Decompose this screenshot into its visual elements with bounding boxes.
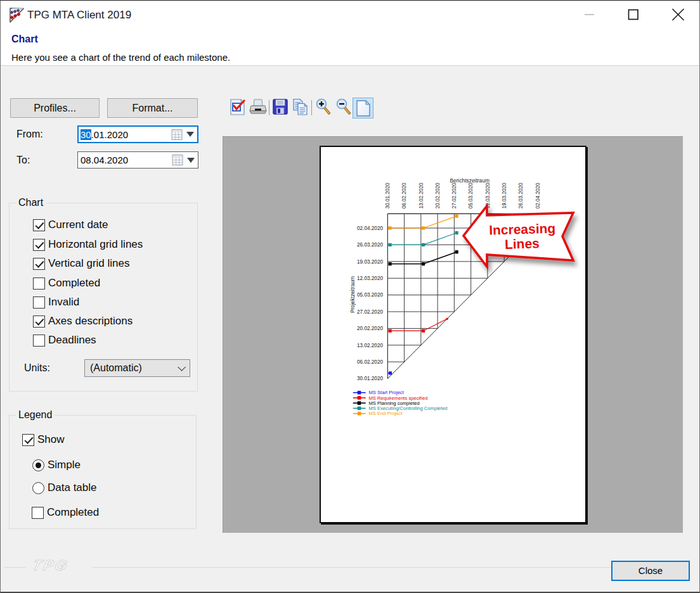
chart-group-title: Chart xyxy=(16,197,46,208)
maximize-button[interactable] xyxy=(624,6,643,25)
checkbox-row-show-legend[interactable]: Show xyxy=(22,433,65,446)
checkbox-row-completed[interactable]: Completed xyxy=(33,277,100,290)
to-dropdown-arrow-icon[interactable] xyxy=(187,158,195,163)
units-dropdown[interactable]: (Automatic) xyxy=(84,359,190,377)
legend-group-title: Legend xyxy=(16,409,55,421)
simple-radio-label: Simple xyxy=(48,459,81,471)
units-dropdown-value: (Automatic) xyxy=(90,362,142,374)
minimize-button[interactable] xyxy=(580,6,599,25)
checkbox-row-legend-completed[interactable]: Completed xyxy=(32,506,99,519)
show-legend-checkbox[interactable] xyxy=(22,434,34,446)
toolbar-separator xyxy=(311,100,312,115)
to-date-input[interactable]: 08.04.2020 xyxy=(77,151,198,169)
window-title: TPG MTA Client 2019 xyxy=(27,9,131,22)
page-title: Chart xyxy=(11,34,38,45)
svg-text:13.02.2020: 13.02.2020 xyxy=(418,182,424,208)
to-label: To: xyxy=(16,155,30,166)
to-date-value: 08.04.2020 xyxy=(81,155,128,165)
svg-text:05.03.2020: 05.03.2020 xyxy=(357,292,383,298)
fit-page-icon xyxy=(356,100,371,117)
toolbar-separator xyxy=(269,100,269,115)
svg-text:13.02.2020: 13.02.2020 xyxy=(357,343,383,348)
copy-button[interactable] xyxy=(292,98,309,116)
svg-text:30.01.2020: 30.01.2020 xyxy=(357,376,383,381)
invalid-checkbox[interactable] xyxy=(33,296,45,309)
checkbox-row-deadlines[interactable]: Deadlines xyxy=(33,334,96,347)
print-preview-area[interactable]: 30.01.202030.01.202006.02.202006.02.2020… xyxy=(223,136,683,533)
axes-descriptions-label: Axes descriptions xyxy=(48,315,133,328)
checkbox-row-current-date[interactable]: Current date xyxy=(33,219,108,231)
units-label: Units: xyxy=(24,362,50,374)
checkbox-row-invalid[interactable]: Invalid xyxy=(33,296,79,309)
svg-text:06.02.2020: 06.02.2020 xyxy=(357,359,383,365)
annotation-text-line1: Increasing xyxy=(489,221,556,238)
checkbox-row-axes-descriptions[interactable]: Axes descriptions xyxy=(33,315,133,328)
vertical-grid-lines-checkbox[interactable] xyxy=(33,258,45,270)
footer-divider xyxy=(4,567,689,568)
simple-radio[interactable] xyxy=(32,459,44,471)
svg-text:30.01.2020: 30.01.2020 xyxy=(385,182,391,208)
svg-text:02.04.2020: 02.04.2020 xyxy=(357,226,383,231)
page-subtitle: Here you see a chart of the trend of eac… xyxy=(11,52,230,63)
maximize-icon xyxy=(629,10,638,20)
app-window: TPG MTA Client 2019 Chart Here you see a… xyxy=(0,0,700,593)
show-legend-label: Show xyxy=(37,433,65,446)
radio-row-simple[interactable]: Simple xyxy=(32,459,81,471)
checkbox-row-vertical-grid-lines[interactable]: Vertical grid lines xyxy=(33,257,130,270)
from-date-selected-segment: 30 xyxy=(81,129,91,140)
increasing-lines-annotation: Increasing Lines xyxy=(444,200,590,279)
print-button[interactable] xyxy=(249,98,267,116)
from-dropdown-arrow-icon[interactable] xyxy=(186,132,194,137)
calendar-icon[interactable] xyxy=(171,129,184,141)
invalid-label: Invalid xyxy=(48,296,79,309)
svg-text:20.02.2020: 20.02.2020 xyxy=(435,182,441,208)
svg-text:19.03.2020: 19.03.2020 xyxy=(357,259,383,265)
svg-text:27.02.2020: 27.02.2020 xyxy=(357,309,383,315)
zoom-in-button[interactable] xyxy=(315,98,332,116)
checkbox-row-horizontal-grid-lines[interactable]: Horizontal grid lines xyxy=(33,238,143,251)
tpg-brand-logo: TPG xyxy=(26,557,92,575)
brand-logo-text: TPG xyxy=(31,557,71,573)
svg-text:26.03.2020: 26.03.2020 xyxy=(357,242,383,248)
close-icon xyxy=(673,9,684,20)
data-table-radio-label: Data table xyxy=(48,481,97,494)
annotation-text-line2: Lines xyxy=(505,236,540,252)
from-date-input[interactable]: 30.01.2020 xyxy=(77,125,198,143)
horizontal-grid-lines-checkbox[interactable] xyxy=(33,239,45,251)
completed-checkbox[interactable] xyxy=(33,277,45,290)
legend-completed-checkbox[interactable] xyxy=(32,507,44,519)
svg-text:Berichtszeitraum: Berichtszeitraum xyxy=(450,177,489,184)
save-button[interactable] xyxy=(272,98,288,115)
vertical-grid-lines-label: Vertical grid lines xyxy=(48,257,130,270)
profiles-button[interactable]: Profiles... xyxy=(10,98,100,118)
format-button[interactable]: Format... xyxy=(107,98,198,118)
deadlines-checkbox[interactable] xyxy=(33,335,45,347)
svg-text:20.02.2020: 20.02.2020 xyxy=(357,326,383,331)
close-button[interactable] xyxy=(668,6,687,25)
current-date-label: Current date xyxy=(48,219,108,231)
window-header: TPG MTA Client 2019 Chart Here you see a… xyxy=(1,1,699,66)
calendar-icon[interactable] xyxy=(172,154,185,166)
horizontal-grid-lines-label: Horizontal grid lines xyxy=(48,238,143,251)
svg-text:12.03.2020: 12.03.2020 xyxy=(357,276,383,281)
legend-completed-label: Completed xyxy=(47,506,99,519)
close-dialog-button[interactable]: Close xyxy=(611,561,690,581)
current-date-checkbox[interactable] xyxy=(33,219,45,231)
axes-descriptions-checkbox[interactable] xyxy=(33,316,45,328)
fit-page-button[interactable] xyxy=(353,98,373,118)
radio-row-data-table[interactable]: Data table xyxy=(32,481,97,494)
app-icon xyxy=(8,6,25,23)
svg-text:MS End Project: MS End Project xyxy=(369,411,403,416)
chevron-down-icon xyxy=(178,363,186,371)
from-label: From: xyxy=(16,129,43,140)
from-date-rest: .01.2020 xyxy=(91,129,128,140)
print-preview-options-button[interactable] xyxy=(230,98,246,116)
zoom-out-button[interactable] xyxy=(335,98,352,116)
completed-label: Completed xyxy=(48,277,100,290)
preview-page: 30.01.202030.01.202006.02.202006.02.2020… xyxy=(320,146,587,523)
svg-text:Projektzeitraum: Projektzeitraum xyxy=(349,276,356,313)
svg-text:06.02.2020: 06.02.2020 xyxy=(401,182,407,208)
data-table-radio[interactable] xyxy=(32,482,44,494)
deadlines-label: Deadlines xyxy=(48,334,96,347)
